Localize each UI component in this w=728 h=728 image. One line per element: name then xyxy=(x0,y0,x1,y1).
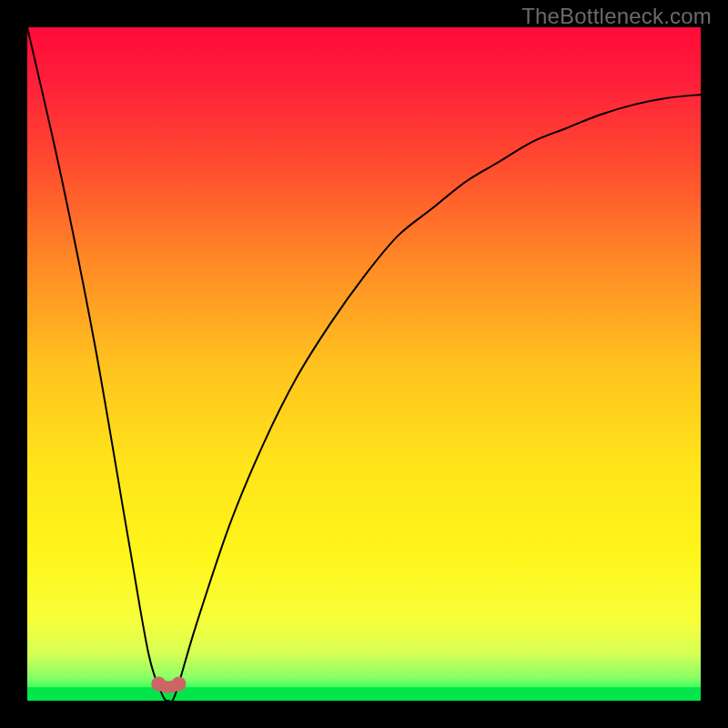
bottleneck-chart xyxy=(27,27,701,701)
marker-dot-0 xyxy=(151,677,166,692)
chart-frame: TheBottleneck.com xyxy=(0,0,728,728)
watermark-text: TheBottleneck.com xyxy=(521,4,712,29)
optimal-band xyxy=(27,687,701,701)
marker-dot-1 xyxy=(172,677,187,692)
gradient-background xyxy=(27,27,701,701)
